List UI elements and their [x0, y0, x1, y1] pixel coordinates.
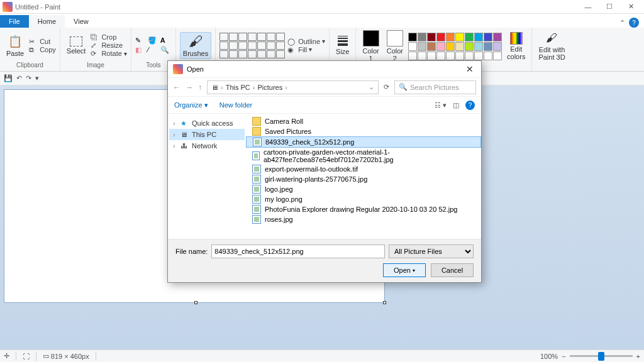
color1-button[interactable]: Color 1 — [360, 29, 381, 63]
breadcrumb-item[interactable]: This PC — [226, 84, 250, 91]
color-swatch[interactable] — [474, 33, 483, 41]
file-list[interactable]: Camera RollSaved Pictures849339_check_51… — [246, 114, 481, 239]
color2-button[interactable]: Color 2 — [384, 29, 406, 63]
paste-button[interactable]: 📋 Paste — [4, 33, 26, 58]
paint3d-button[interactable]: 🖌 Edit with Paint 3D — [536, 29, 567, 62]
new-folder-button[interactable]: New folder — [219, 101, 253, 109]
color-swatch[interactable] — [427, 52, 436, 60]
color-swatch[interactable] — [418, 42, 426, 51]
view-mode-button[interactable]: ☷ ▾ — [435, 101, 447, 109]
breadcrumb-item[interactable]: Pictures — [257, 84, 282, 91]
color-swatch[interactable] — [493, 52, 502, 60]
tab-file[interactable]: File — [0, 15, 29, 28]
color-swatch[interactable] — [408, 33, 417, 41]
file-row[interactable]: my logo.png — [246, 194, 481, 204]
color-swatch[interactable] — [418, 52, 426, 60]
open-button[interactable]: Open ▾ — [383, 263, 426, 277]
outline-button[interactable]: ◯Outline ▾ — [287, 38, 325, 45]
breadcrumb[interactable]: 🖥 › This PC › Pictures › ⌄ — [207, 80, 379, 94]
file-row[interactable]: PhotoFunia Explorer drawing Regular 2020… — [246, 204, 481, 214]
picker-tool[interactable]: ⁄ — [148, 46, 159, 54]
zoom-in-button[interactable]: + — [636, 353, 640, 360]
color-swatch[interactable] — [408, 52, 417, 60]
qat-redo-icon[interactable]: ↷ — [26, 74, 31, 82]
up-button[interactable]: ↑ — [198, 83, 202, 92]
file-row[interactable]: logo.jpeg — [246, 184, 481, 194]
color-swatch[interactable] — [455, 52, 464, 60]
color-swatch[interactable] — [436, 42, 445, 51]
file-row[interactable]: roses.jpg — [246, 214, 481, 224]
rotate-button[interactable]: ⟳Rotate ▾ — [91, 50, 126, 57]
tab-view[interactable]: View — [65, 15, 97, 28]
breadcrumb-dropdown-icon[interactable]: ⌄ — [369, 83, 374, 91]
color-swatch[interactable] — [455, 33, 464, 41]
color-palette[interactable] — [408, 33, 502, 60]
copy-button[interactable]: ⧉Copy — [29, 46, 56, 53]
folder-row[interactable]: Camera Roll — [246, 116, 481, 126]
forward-button[interactable]: → — [186, 83, 193, 92]
brushes-button[interactable]: 🖌 Brushes — [180, 32, 211, 59]
nav-this-pc[interactable]: ›🖥This PC — [169, 129, 245, 140]
color-swatch[interactable] — [493, 42, 502, 51]
bucket-tool[interactable]: 🪣 — [148, 36, 159, 45]
zoom-slider[interactable] — [570, 355, 633, 357]
folder-row[interactable]: Saved Pictures — [246, 126, 481, 136]
size-button[interactable]: Size — [333, 35, 352, 57]
color-swatch[interactable] — [427, 33, 436, 41]
color-swatch[interactable] — [493, 33, 502, 41]
color-swatch[interactable] — [436, 33, 445, 41]
select-button[interactable]: Select — [64, 35, 89, 56]
help-icon[interactable]: ? — [629, 18, 639, 28]
color-swatch[interactable] — [408, 42, 417, 51]
file-row[interactable]: girl-watering-plants-25770675.jpg — [246, 174, 481, 184]
maximize-button[interactable]: ☐ — [599, 1, 620, 13]
file-filter-select[interactable]: All Picture Files — [389, 244, 474, 258]
qat-customize-icon[interactable]: ▾ — [35, 74, 39, 82]
organize-button[interactable]: Organize ▾ — [174, 101, 208, 109]
eraser-tool[interactable]: ◧ — [135, 46, 147, 54]
color-swatch[interactable] — [455, 42, 464, 51]
nav-network[interactable]: ›🖧Network — [169, 140, 245, 151]
qat-save-icon[interactable]: 💾 — [4, 74, 13, 82]
edit-colors-button[interactable]: Edit colors — [504, 31, 528, 62]
preview-pane-button[interactable]: ◫ — [453, 101, 459, 109]
color-swatch[interactable] — [436, 52, 445, 60]
color-swatch[interactable] — [465, 42, 474, 51]
zoom-out-button[interactable]: − — [562, 353, 565, 360]
dialog-close-button[interactable]: ✕ — [464, 64, 476, 74]
file-row[interactable]: export-powermail-to-outlook.tif — [246, 164, 481, 174]
close-button[interactable]: ✕ — [620, 1, 641, 13]
color-swatch[interactable] — [474, 42, 483, 51]
qat-undo-icon[interactable]: ↶ — [16, 74, 22, 82]
fill-button[interactable]: ◉Fill ▾ — [287, 46, 325, 53]
minimize-button[interactable]: — — [577, 1, 599, 13]
color-swatch[interactable] — [418, 33, 426, 41]
color-swatch[interactable] — [484, 52, 492, 60]
file-row[interactable]: cartoon-private-garden-vector-material-1… — [246, 148, 481, 164]
cut-button[interactable]: ✂Cut — [29, 38, 56, 45]
nav-quick-access[interactable]: ›★Quick access — [169, 118, 245, 129]
color-swatch[interactable] — [465, 52, 474, 60]
text-tool[interactable]: A — [160, 36, 172, 45]
color-swatch[interactable] — [465, 33, 474, 41]
cancel-button[interactable]: Cancel — [431, 263, 474, 277]
dialog-help-icon[interactable]: ? — [465, 101, 475, 110]
file-row[interactable]: 849339_check_512x512.png — [246, 136, 481, 148]
color-swatch[interactable] — [427, 42, 436, 51]
color-swatch[interactable] — [484, 33, 492, 41]
refresh-button[interactable]: ⟳ — [384, 83, 389, 91]
crop-button[interactable]: ⿻Crop — [91, 33, 126, 41]
ribbon-collapse-icon[interactable]: ⌃ — [619, 19, 625, 27]
shapes-gallery[interactable] — [219, 33, 285, 58]
tab-home[interactable]: Home — [29, 15, 65, 28]
color-swatch[interactable] — [446, 52, 455, 60]
pencil-tool[interactable]: ✎ — [135, 36, 147, 45]
color-swatch[interactable] — [484, 42, 492, 51]
resize-button[interactable]: ⤢Resize — [91, 41, 126, 49]
color-swatch[interactable] — [446, 42, 455, 51]
zoom-tool[interactable]: 🔍 — [160, 46, 172, 54]
color-swatch[interactable] — [446, 33, 455, 41]
search-input[interactable]: 🔍 Search Pictures — [394, 80, 476, 94]
filename-input[interactable] — [211, 244, 385, 258]
back-button[interactable]: ← — [173, 83, 180, 92]
